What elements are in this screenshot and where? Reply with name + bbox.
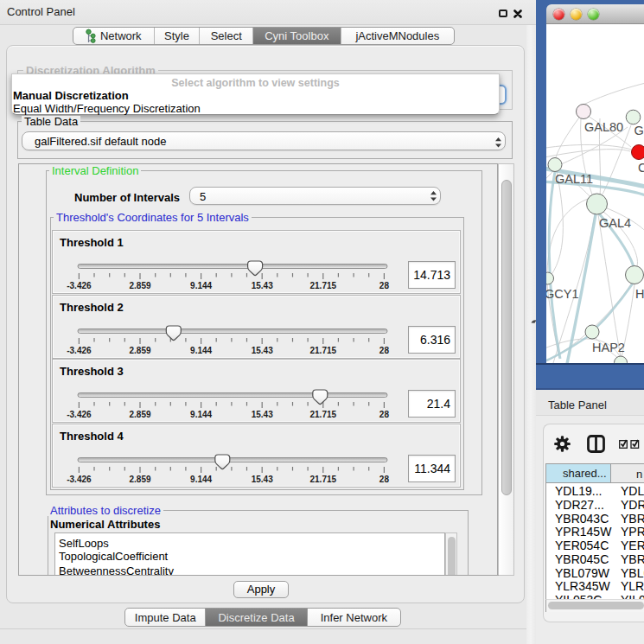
svg-text:2.859: 2.859 [129,410,150,419]
svg-text:H: H [635,287,644,301]
svg-text:-3.426: -3.426 [67,346,92,355]
svg-text:GAL80: GAL80 [584,120,623,134]
svg-text:9.144: 9.144 [190,281,212,290]
svg-text:GAL11: GAL11 [555,172,593,186]
svg-text:21.715: 21.715 [310,410,337,419]
svg-text:C...: C... [638,161,644,175]
svg-text:21.715: 21.715 [310,475,337,484]
svg-text:G...: G... [634,124,644,137]
svg-text:GCY1: GCY1 [546,287,579,301]
svg-text:21.715: 21.715 [310,281,337,290]
svg-text:9.144: 9.144 [190,346,212,355]
svg-text:15.43: 15.43 [252,281,273,290]
svg-text:15.43: 15.43 [252,410,273,419]
svg-text:-3.426: -3.426 [67,410,92,419]
svg-text:28: 28 [379,475,390,484]
svg-text:2.859: 2.859 [129,346,150,355]
svg-text:2.859: 2.859 [129,281,150,290]
svg-text:21.715: 21.715 [310,346,337,355]
svg-text:15.43: 15.43 [252,475,273,484]
svg-text:28: 28 [379,281,390,290]
svg-text:28: 28 [379,410,390,419]
svg-text:GAL4: GAL4 [599,216,631,230]
svg-text:9.144: 9.144 [190,475,212,484]
svg-text:-3.426: -3.426 [67,475,92,484]
svg-text:9.144: 9.144 [190,410,212,419]
svg-text:-3.426: -3.426 [67,281,92,290]
svg-text:15.43: 15.43 [252,346,273,355]
svg-text:HAP2: HAP2 [592,341,625,354]
svg-text:2.859: 2.859 [129,475,150,484]
svg-text:28: 28 [379,346,390,355]
